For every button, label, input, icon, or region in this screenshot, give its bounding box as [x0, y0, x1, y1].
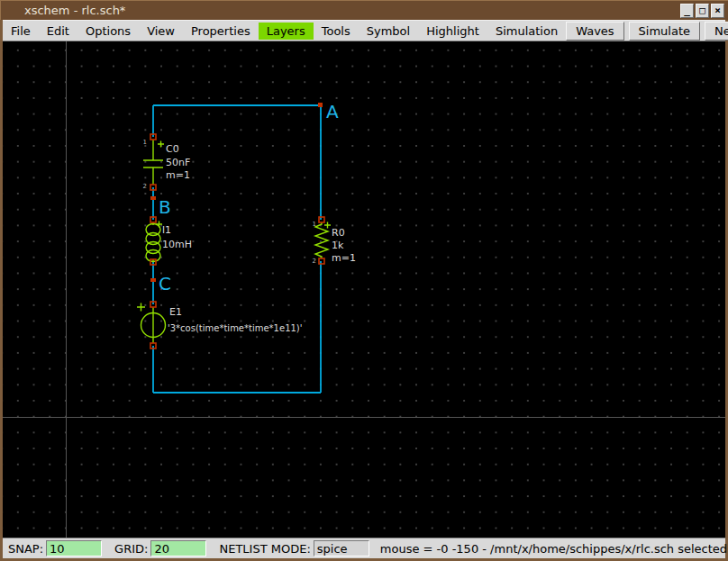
- menu-edit[interactable]: Edit: [39, 23, 77, 40]
- resistor-attr: m=1: [332, 252, 356, 264]
- menu-tools[interactable]: Tools: [314, 23, 359, 40]
- menu-options[interactable]: Options: [77, 23, 139, 40]
- voltage-source-ref: E1: [169, 306, 182, 318]
- resistor-ref: R0: [332, 227, 345, 239]
- schematic-drawing: 1 2 C0 50nF m=1 l1 10mH: [3, 41, 725, 538]
- grid-input[interactable]: [150, 540, 206, 556]
- menu-properties[interactable]: Properties: [183, 23, 259, 40]
- net-label-a[interactable]: A: [326, 101, 339, 122]
- net-tick-a: [318, 103, 323, 107]
- menu-layers[interactable]: Layers: [259, 23, 314, 40]
- capacitor-attr: m=1: [166, 169, 190, 181]
- xschem-window: xschem - rlc.sch* _ □ × File Edit Option…: [0, 0, 728, 561]
- resistor-pin1-number: 1: [313, 221, 316, 228]
- voltage-source-symbol[interactable]: E1 '3*cos(time*time*time*1e11)': [137, 302, 303, 348]
- grid-label: GRID:: [114, 542, 148, 556]
- net-label-c[interactable]: C: [159, 273, 171, 294]
- inductor-symbol[interactable]: l1 10mH: [146, 217, 192, 265]
- menu-bar: File Edit Options View Properties Layers…: [3, 20, 725, 41]
- minimize-icon[interactable]: _: [680, 4, 694, 18]
- maximize-icon[interactable]: □: [696, 4, 709, 18]
- netlist-button[interactable]: Netlist: [705, 22, 728, 41]
- window-title: xschem - rlc.sch*: [24, 4, 125, 17]
- resistor-pin2-number: 2: [313, 258, 316, 265]
- resistor-symbol[interactable]: 1 2 R0 1k m=1: [313, 217, 356, 265]
- capacitor-symbol[interactable]: 1 2 C0 50nF m=1: [143, 134, 191, 190]
- net-tick-b: [150, 196, 156, 200]
- waves-button[interactable]: Waves: [566, 22, 623, 41]
- mouse-coordinates: mouse = -0 -150 - /mnt/x/home/schippes/x…: [380, 542, 728, 556]
- close-icon[interactable]: ×: [711, 4, 724, 18]
- snap-label: SNAP:: [8, 542, 43, 556]
- title-bar[interactable]: xschem - rlc.sch* _ □ ×: [0, 0, 728, 20]
- capacitor-ref: C0: [166, 143, 179, 155]
- netlist-mode-label: NETLIST MODE:: [219, 542, 310, 556]
- menu-symbol[interactable]: Symbol: [359, 23, 418, 40]
- capacitor-pin1-number: 1: [143, 139, 147, 146]
- schematic-canvas[interactable]: 1 2 C0 50nF m=1 l1 10mH: [3, 41, 725, 538]
- net-label-b[interactable]: B: [159, 196, 171, 218]
- simulate-button[interactable]: Simulate: [629, 22, 700, 41]
- status-bar: SNAP: GRID: NETLIST MODE: mouse = -0 -15…: [3, 538, 725, 558]
- menu-simulation[interactable]: Simulation: [487, 23, 566, 40]
- menu-view[interactable]: View: [139, 23, 183, 40]
- netlist-mode-input[interactable]: [314, 540, 369, 556]
- menu-highlight[interactable]: Highlight: [418, 23, 487, 40]
- capacitor-value: 50nF: [166, 157, 190, 168]
- resistor-value: 1k: [332, 240, 344, 251]
- inductor-ref: l1: [162, 224, 171, 236]
- menu-file[interactable]: File: [3, 23, 39, 40]
- net-tick-c: [150, 278, 156, 282]
- voltage-source-value: '3*cos(time*time*time*1e11)': [168, 323, 303, 333]
- snap-input[interactable]: [46, 540, 102, 556]
- window-controls: _ □ ×: [680, 4, 724, 18]
- inductor-value: 10mH: [162, 239, 192, 250]
- capacitor-pin2-number: 2: [143, 183, 147, 190]
